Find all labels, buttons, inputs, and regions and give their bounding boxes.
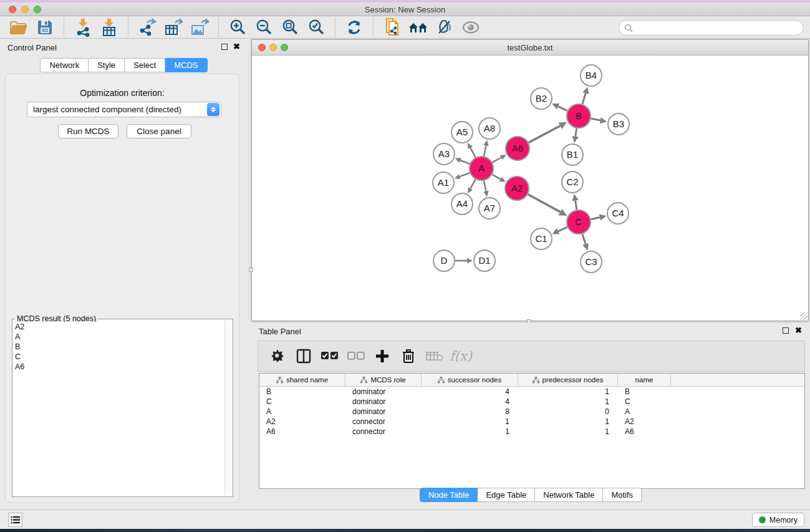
run-mcds-button[interactable]: Run MCDS [58, 124, 118, 138]
graph-node-label-A7: A7 [484, 203, 495, 213]
tab-network-table[interactable]: Network Table [535, 488, 603, 502]
import-table-icon[interactable] [96, 17, 122, 37]
column-header-MCDS-role[interactable]: MCDS role [345, 374, 422, 386]
app-window: Session: New Session [0, 0, 810, 532]
table-header-row: shared nameMCDS rolesuccessor nodesprede… [259, 374, 804, 387]
tab-motifs[interactable]: Motifs [603, 488, 642, 502]
select-all-icon[interactable] [318, 345, 342, 367]
mcds-result-item[interactable]: B [13, 342, 224, 352]
table-body: Bdominator41BCdominator41CAdominator80AA… [259, 387, 804, 437]
table-settings-icon[interactable] [266, 345, 289, 367]
deselect-all-icon[interactable] [344, 345, 368, 367]
tab-style[interactable]: Style [89, 58, 125, 72]
table-cell: connector [345, 417, 422, 427]
edge-A6-B [529, 126, 561, 143]
task-history-button[interactable] [8, 513, 22, 527]
edge-A-A6 [493, 157, 501, 162]
hide-graphics-details-icon[interactable] [432, 17, 458, 37]
column-header-filler [671, 374, 804, 386]
tab-select[interactable]: Select [125, 58, 165, 72]
mcds-result-item[interactable]: A6 [13, 362, 224, 372]
graph-node-label-D: D [441, 255, 448, 266]
close-panel-icon[interactable]: ✖ [233, 42, 240, 51]
zoom-selected-icon[interactable] [303, 17, 329, 37]
table-close-panel-icon[interactable]: ✖ [795, 326, 802, 335]
refresh-layout-icon[interactable] [341, 17, 367, 37]
column-type-icon [360, 377, 367, 384]
window-resize-grip[interactable] [800, 312, 808, 320]
table-cell: A2 [618, 417, 671, 427]
table-row[interactable]: Bdominator41B [259, 387, 804, 397]
column-header-name[interactable]: name [618, 374, 671, 386]
save-session-icon[interactable] [32, 17, 58, 37]
table-cell: connector [345, 427, 422, 437]
delete-column-icon[interactable] [397, 345, 420, 367]
add-column-icon[interactable] [370, 345, 394, 367]
table-row[interactable]: Cdominator41C [259, 397, 804, 407]
column-type-icon [276, 377, 283, 384]
zoom-fit-icon[interactable] [277, 17, 303, 37]
mcds-tab-content: Optimization criterion: largest connecte… [5, 74, 239, 503]
table-tabbar: Node TableEdge TableNetwork TableMotifs [251, 488, 810, 502]
toolbar-search-field[interactable] [619, 20, 804, 36]
mcds-result-item[interactable]: A [13, 332, 224, 342]
zoom-out-icon[interactable] [251, 17, 277, 37]
table-cell: 4 [422, 397, 518, 407]
search-input[interactable] [633, 23, 803, 32]
session-titlebar[interactable]: Session: New Session [0, 2, 810, 16]
edge-C-C4 [591, 217, 600, 219]
tab-network[interactable]: Network [40, 58, 89, 72]
window-title: Session: New Session [0, 5, 810, 14]
mcds-result-item[interactable]: C [13, 352, 224, 362]
graph-node-label-D1: D1 [478, 255, 490, 266]
column-header-predecessor-nodes[interactable]: predecessor nodes [518, 374, 618, 386]
table-cell: dominator [345, 397, 422, 407]
float-panel-icon[interactable] [221, 44, 228, 50]
network-canvas[interactable]: B4B2BB3A5A8A6A3B1AA1C2A2A4A7C4CC1C3DD1 [252, 56, 808, 321]
tab-node-table[interactable]: Node Table [420, 488, 478, 502]
table-panel-title: Table Panel [259, 327, 301, 336]
mcds-result-scrollbar[interactable] [224, 320, 232, 496]
graph-node-label-C2: C2 [566, 177, 578, 187]
tab-edge-table[interactable]: Edge Table [478, 488, 535, 502]
table-row[interactable]: A6connector11A6 [259, 427, 804, 437]
column-header-successor-nodes[interactable]: successor nodes [422, 374, 518, 386]
export-network-icon[interactable] [134, 17, 160, 37]
optimization-criterion-select[interactable]: largest connected component (directed) [27, 102, 221, 117]
close-panel-button[interactable]: Close panel [127, 124, 191, 138]
export-table-icon[interactable] [160, 17, 186, 37]
control-panel-header: Control Panel ✖ [0, 39, 248, 56]
arrowhead-A-A8 [483, 140, 488, 147]
graph-node-label-C: C [576, 216, 582, 227]
zoom-in-icon[interactable] [224, 17, 251, 37]
table-cell: 4 [422, 387, 518, 397]
function-builder-icon[interactable]: f(x) [449, 345, 473, 367]
show-hide-panel-icon[interactable] [458, 17, 484, 37]
graph-node-label-A3: A3 [438, 148, 450, 159]
delete-table-icon[interactable] [423, 345, 446, 367]
import-network-icon[interactable] [70, 17, 96, 37]
list-icon [11, 516, 20, 524]
tab-mcds[interactable]: MCDS [165, 58, 207, 72]
graph-node-label-A8: A8 [484, 123, 495, 133]
new-network-from-selection-icon[interactable] [379, 17, 405, 37]
mcds-result-item[interactable]: A2 [13, 322, 224, 332]
graph-node-label-C4: C4 [612, 208, 624, 218]
network-window-titlebar[interactable]: testGlobe.txt [252, 40, 808, 56]
table-row[interactable]: A2connector11A2 [259, 417, 804, 427]
edge-C-C1 [558, 227, 567, 231]
open-file-icon[interactable] [6, 17, 32, 37]
memory-button[interactable]: Memory [752, 513, 804, 527]
search-icon [624, 24, 633, 32]
table-float-panel-icon[interactable] [783, 327, 789, 334]
table-row[interactable]: Adominator80A [259, 407, 804, 417]
toggle-views-icon[interactable] [292, 345, 316, 367]
column-header-shared-name[interactable]: shared name [259, 374, 345, 386]
edge-A-A5 [470, 148, 475, 158]
table-cell: 1 [518, 397, 618, 407]
mcds-result-list[interactable]: A2ABCA6 [13, 322, 224, 496]
divider-grip-left[interactable] [249, 268, 253, 272]
export-image-icon[interactable] [186, 17, 213, 37]
graph-node-label-A2: A2 [511, 183, 523, 193]
first-neighbors-icon[interactable] [405, 17, 432, 37]
